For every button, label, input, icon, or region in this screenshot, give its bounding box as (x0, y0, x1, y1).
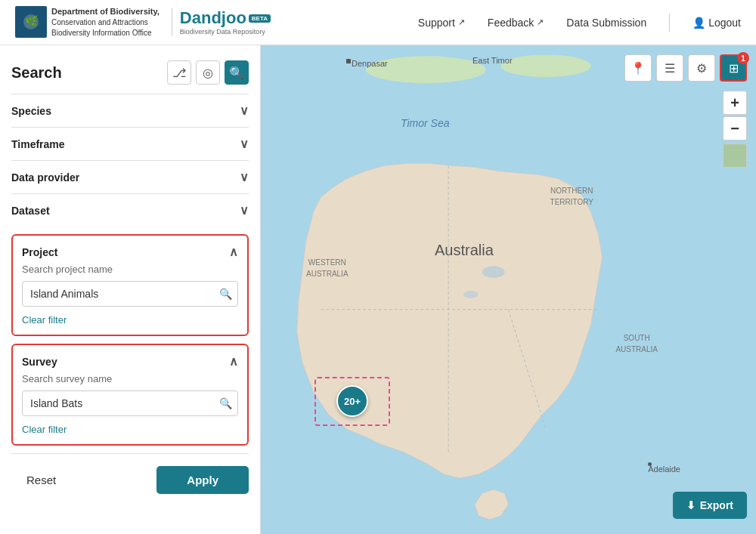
sidebar: Search ⎇ ◎ 🔍 Species ∨ T (0, 45, 261, 534)
sidebar-footer: Reset Apply (11, 453, 249, 494)
nav-divider (669, 14, 670, 32)
survey-search-icon: 🔍 (219, 397, 232, 409)
survey-chevron-icon: ∧ (229, 354, 238, 369)
timeframe-filter: Timeframe ∨ (11, 127, 249, 160)
map-svg (261, 45, 756, 534)
survey-filter-header[interactable]: Survey ∧ (22, 354, 238, 369)
project-filter: Project ∧ Search project name 🔍 Clear fi… (11, 234, 249, 336)
map-zoom-controls: + − (723, 91, 747, 140)
map-toolbar: 📍 ☰ ⚙ ⊞ 1 (624, 54, 747, 82)
share-icon-button[interactable]: ⎇ (167, 60, 191, 85)
app-subtitle: Biodiversity Data Repository (180, 28, 271, 35)
project-search-icon: 🔍 (219, 288, 232, 300)
grid-icon: ⊞ (729, 61, 739, 76)
location-pin-button[interactable]: 📍 (624, 54, 652, 82)
main-layout: Search ⎇ ◎ 🔍 Species ∨ T (0, 45, 756, 534)
list-view-button[interactable]: ☰ (656, 54, 683, 82)
svg-point-9 (482, 266, 505, 278)
map-area[interactable]: Denpasar East Timor Timor Sea NORTHERNTE… (261, 45, 756, 534)
svg-point-10 (463, 291, 479, 298)
gov-logo-image: 🌿 (15, 6, 47, 38)
survey-clear-filter-link[interactable]: Clear filter (22, 424, 67, 435)
app-name: DandjooBETA (180, 8, 271, 28)
gear-icon: ⚙ (696, 61, 707, 76)
species-filter: Species ∨ (11, 94, 249, 127)
magnifier-icon: 🔍 (229, 66, 244, 80)
zoom-in-button[interactable]: + (723, 91, 747, 115)
logout-button[interactable]: 👤 Logout (692, 17, 741, 29)
reset-button[interactable]: Reset (11, 466, 71, 494)
survey-filter: Survey ∧ Search survey name 🔍 Clear filt… (11, 344, 249, 446)
survey-search-input[interactable] (22, 390, 238, 416)
dataset-chevron-icon: ∨ (240, 203, 249, 218)
project-search-input[interactable] (22, 281, 238, 307)
zoom-out-button[interactable]: − (723, 116, 747, 140)
project-filter-header[interactable]: Project ∧ (22, 245, 238, 259)
nav-data-submission[interactable]: Data Submission (566, 17, 646, 29)
species-chevron-icon: ∨ (240, 103, 249, 118)
download-icon: ⬇ (686, 499, 696, 511)
external-link-icon: ↗ (458, 17, 465, 27)
adelaide-dot (648, 462, 652, 466)
map-color-indicator (723, 144, 747, 168)
gov-logo: 🌿 Department of Biodiversity, Conservati… (15, 6, 160, 39)
grid-badge: 1 (737, 52, 749, 64)
gov-text: Department of Biodiversity, Conservation… (51, 6, 160, 39)
data-provider-filter-header[interactable]: Data provider ∨ (11, 170, 249, 184)
search-icon-button[interactable]: 🔍 (225, 60, 249, 85)
external-link-icon: ↗ (537, 17, 544, 27)
project-chevron-icon: ∧ (229, 245, 238, 259)
settings-button[interactable]: ⚙ (688, 54, 715, 82)
project-search-label: Search project name (22, 264, 238, 275)
denpasar-dot (346, 59, 351, 63)
species-filter-header[interactable]: Species ∨ (11, 103, 249, 118)
location-dot-icon: ◎ (203, 66, 213, 80)
apply-button[interactable]: Apply (156, 466, 249, 494)
dataset-filter: Dataset ∨ (11, 193, 249, 227)
data-provider-chevron-icon: ∨ (240, 170, 249, 184)
nav-feedback[interactable]: Feedback ↗ (488, 17, 544, 29)
dandjoo-logo: DandjooBETA Biodiversity Data Repository (172, 8, 271, 35)
cluster-marker[interactable]: 20+ (336, 385, 368, 417)
search-icons: ⎇ ◎ 🔍 (167, 60, 249, 85)
svg-point-5 (501, 54, 591, 77)
grid-view-button[interactable]: ⊞ 1 (720, 54, 747, 82)
svg-text:🌿: 🌿 (25, 15, 39, 28)
header-nav: Support ↗ Feedback ↗ Data Submission 👤 L… (418, 14, 741, 32)
user-icon: 👤 (692, 17, 705, 29)
export-button[interactable]: ⬇ Export (673, 492, 747, 519)
share-icon: ⎇ (172, 66, 186, 80)
header-logo: 🌿 Department of Biodiversity, Conservati… (15, 6, 271, 39)
data-provider-filter: Data provider ∨ (11, 160, 249, 193)
list-icon: ☰ (665, 61, 675, 76)
survey-search-label: Search survey name (22, 373, 238, 384)
nav-support[interactable]: Support ↗ (418, 17, 465, 29)
header: 🌿 Department of Biodiversity, Conservati… (0, 0, 756, 45)
timeframe-chevron-icon: ∨ (240, 137, 249, 151)
timeframe-filter-header[interactable]: Timeframe ∨ (11, 137, 249, 151)
location-pin-icon: 📍 (631, 61, 646, 76)
survey-input-wrap: 🔍 (22, 390, 238, 416)
svg-point-4 (366, 56, 486, 83)
search-title: Search ⎇ ◎ 🔍 (11, 60, 249, 85)
dataset-filter-header[interactable]: Dataset ∨ (11, 203, 249, 218)
project-clear-filter-link[interactable]: Clear filter (22, 314, 67, 326)
project-input-wrap: 🔍 (22, 281, 238, 307)
location-icon-button[interactable]: ◎ (196, 60, 220, 85)
beta-badge: BETA (249, 14, 271, 23)
